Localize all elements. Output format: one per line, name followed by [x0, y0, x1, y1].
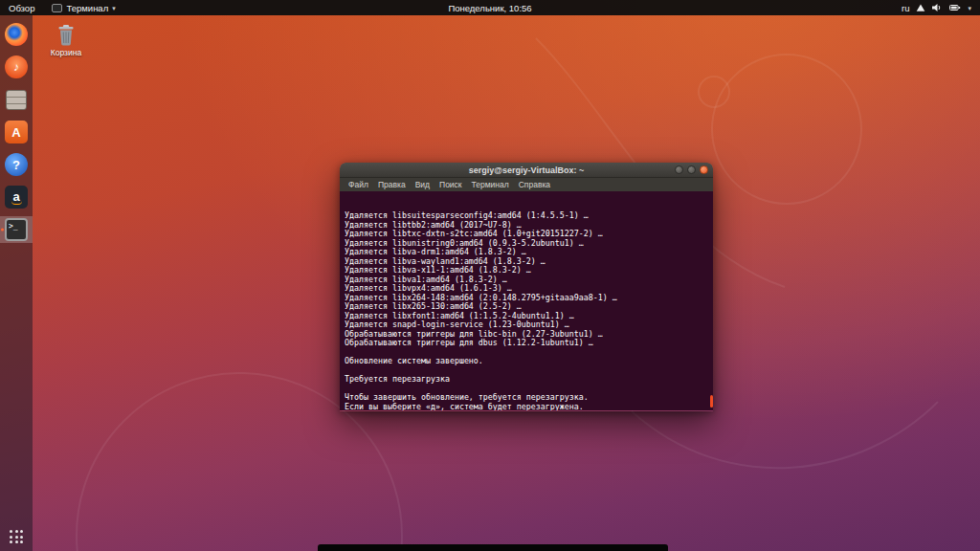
dock-item-firefox[interactable]	[0, 21, 33, 48]
dock-item-rhythmbox[interactable]: ♪	[0, 54, 33, 80]
clock[interactable]: Понедельник, 10:56	[448, 3, 531, 13]
minimize-button[interactable]	[675, 165, 683, 174]
window-titlebar[interactable]: sergiy@sergiy-VirtualBox: ~	[340, 163, 713, 178]
running-indicator-dot	[1, 229, 4, 231]
amazon-smile-icon	[11, 201, 22, 205]
dock-item-help[interactable]: ?	[0, 151, 33, 178]
show-applications-button[interactable]	[10, 530, 23, 543]
terminal-scrollbar[interactable]	[709, 191, 713, 410]
menu-item[interactable]: Терминал	[467, 180, 514, 189]
amazon-icon: a	[5, 186, 28, 209]
window-menubar: ФайлПравкаВидПоискТерминалСправка	[340, 178, 713, 191]
menu-item[interactable]: Вид	[411, 180, 434, 189]
dock-item-ubuntu-software[interactable]: A	[0, 119, 33, 145]
files-icon	[6, 90, 27, 110]
terminal-mini-icon	[52, 4, 62, 12]
menu-item[interactable]: Правка	[373, 180, 411, 189]
trash-label: Корзина	[51, 48, 81, 57]
terminal-icon: >_	[5, 218, 28, 241]
terminal-window: sergiy@sergiy-VirtualBox: ~ ФайлПравкаВи…	[340, 163, 713, 411]
trash-icon	[56, 23, 77, 46]
scrollbar-handle[interactable]	[710, 395, 713, 408]
chevron-down-icon: ▾	[968, 5, 971, 11]
activities-button[interactable]: Обзор	[0, 0, 43, 15]
terminal-output: Удаляется libsuitesparseconfig4:amd64 (1…	[345, 211, 708, 410]
battery-icon	[949, 3, 961, 12]
close-button[interactable]	[700, 165, 708, 174]
system-status-area[interactable]: ru ▾	[902, 0, 980, 15]
network-icon	[916, 3, 925, 12]
dock-item-files[interactable]	[0, 86, 33, 113]
terminal-line: Обрабатываются триггеры для dbus (1.12.2…	[345, 339, 708, 348]
menu-item[interactable]: Поиск	[434, 180, 467, 189]
keyboard-layout-indicator: ru	[902, 3, 909, 13]
dock: ♪ A ? a >_	[0, 15, 33, 551]
volume-icon	[932, 3, 943, 12]
menu-item[interactable]: Справка	[514, 180, 555, 189]
terminal-line: Требуется перезагрузка	[345, 375, 708, 385]
app-menu-label: Терминал	[66, 3, 108, 13]
top-panel: Обзор Терминал ▾ Понедельник, 10:56 ru ▾	[0, 0, 980, 15]
menu-item[interactable]: Файл	[344, 180, 373, 189]
terminal-screen[interactable]: Удаляется libsuitesparseconfig4:amd64 (1…	[340, 191, 713, 410]
trash-desktop-icon[interactable]: Корзина	[46, 23, 86, 57]
dock-item-amazon[interactable]: a	[0, 184, 33, 210]
ubuntu-software-icon: A	[5, 121, 28, 143]
terminal-line: Если вы выберите «д», система будет пере…	[345, 403, 708, 411]
chevron-down-icon: ▾	[112, 5, 116, 11]
activities-label: Обзор	[9, 3, 34, 13]
rhythmbox-icon: ♪	[5, 55, 28, 78]
bottom-strip	[318, 544, 668, 551]
dock-item-terminal[interactable]: >_	[0, 216, 33, 243]
maximize-button[interactable]	[687, 165, 696, 174]
app-menu[interactable]: Терминал ▾	[43, 0, 123, 15]
window-title: sergiy@sergiy-VirtualBox: ~	[469, 165, 584, 175]
help-icon: ?	[5, 153, 28, 176]
firefox-icon	[5, 23, 28, 46]
terminal-line: Обновление системы завершено.	[345, 357, 708, 366]
